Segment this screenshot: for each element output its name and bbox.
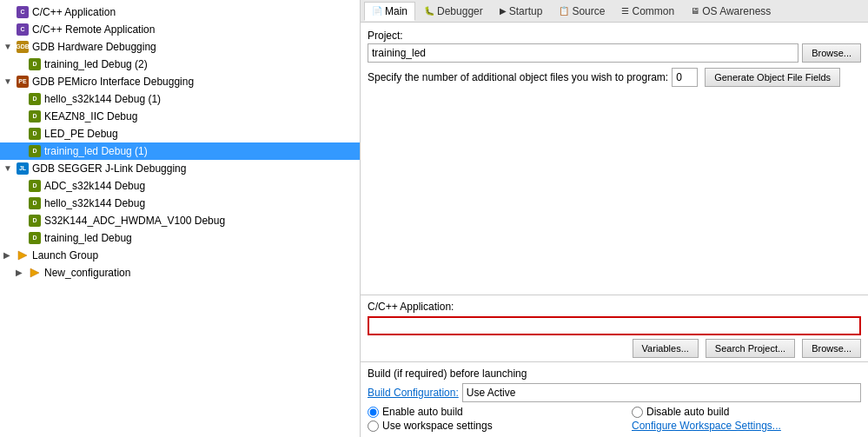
tab-common[interactable]: ☰Common <box>613 2 682 21</box>
tree-item-gdb-hw[interactable]: ▼GDBGDB Hardware Debugging <box>0 38 360 56</box>
tab-startup[interactable]: ▶Startup <box>492 2 551 21</box>
tree-item-label: GDB PEMicro Interface Debugging <box>32 74 194 89</box>
build-config-link[interactable]: Build Configuration: <box>368 387 459 399</box>
tab-label-os-awareness: OS Awareness <box>702 5 771 17</box>
build-section: Build (if required) before launching Bui… <box>361 361 868 437</box>
debug-icon: D <box>28 92 42 106</box>
build-section-title: Build (if required) before launching <box>368 367 861 380</box>
pemicro-icon: PE <box>16 75 30 89</box>
debug-icon: D <box>28 57 42 71</box>
variables-button[interactable]: Variables... <box>633 339 699 358</box>
disable-auto-build-input[interactable] <box>632 407 643 418</box>
svg-marker-0 <box>18 251 27 260</box>
tab-label-debugger: Debugger <box>437 5 483 17</box>
cpp-icon: C <box>16 5 30 19</box>
tree-arrow: ▶ <box>3 248 16 263</box>
cpp-browse-button[interactable]: Browse... <box>802 339 861 358</box>
debug-icon: D <box>28 196 42 210</box>
tab-label-main: Main <box>385 5 407 17</box>
tab-debugger[interactable]: 🐛Debugger <box>416 2 491 21</box>
launch-icon <box>28 266 42 280</box>
tree-item-cpp-app[interactable]: CC/C++ Application <box>0 3 360 21</box>
svg-marker-1 <box>30 268 39 277</box>
tree-item-label: training_led Debug <box>44 230 132 246</box>
tab-icon-startup: ▶ <box>500 6 507 16</box>
tree-item-label: GDB Hardware Debugging <box>32 39 156 55</box>
main-form-area: Project: Browse... Specify the number of… <box>361 23 868 295</box>
tree-item-label: New_configuration <box>44 265 130 281</box>
tree-item-label: training_led Debug (2) <box>44 56 148 72</box>
tree-item-label: S32K144_ADC_HWDMA_V100 Debug <box>44 213 225 228</box>
tab-icon-debugger: 🐛 <box>424 6 434 16</box>
tab-label-source: Source <box>572 5 605 17</box>
tree-item-adc-s32k144[interactable]: DADC_s32k144 Debug <box>0 177 360 195</box>
tab-icon-common: ☰ <box>621 6 629 16</box>
use-workspace-settings-input[interactable] <box>368 420 379 432</box>
disable-auto-build-radio[interactable]: Disable auto build <box>632 406 861 418</box>
launch-config-tree[interactable]: CC/C++ ApplicationCC/C++ Remote Applicat… <box>0 0 361 437</box>
tree-arrow: ▶ <box>16 265 28 281</box>
tab-icon-main: 📄 <box>372 6 382 16</box>
tree-item-label: LED_PE Debug <box>44 126 118 142</box>
enable-auto-build-radio[interactable]: Enable auto build <box>368 406 597 418</box>
enable-auto-build-label: Enable auto build <box>382 406 463 418</box>
tree-item-label: GDB SEGGER J-Link Debugging <box>32 161 186 176</box>
tree-item-label: Launch Group <box>32 248 98 263</box>
tree-item-cpp-remote[interactable]: CC/C++ Remote Application <box>0 21 360 38</box>
tree-item-led-pe[interactable]: DLED_PE Debug <box>0 125 360 142</box>
tab-os-awareness[interactable]: 🖥OS Awareness <box>683 2 779 21</box>
gdb-icon: GDB <box>16 40 30 54</box>
disable-auto-build-label: Disable auto build <box>646 406 729 418</box>
tree-item-label: training_led Debug (1) <box>44 143 148 159</box>
tree-item-pemicro[interactable]: ▼PEGDB PEMicro Interface Debugging <box>0 73 360 90</box>
build-config-select[interactable]: Use Active Debug Release <box>462 383 861 402</box>
project-input[interactable] <box>368 43 798 63</box>
project-browse-button[interactable]: Browse... <box>802 43 861 63</box>
debug-icon: D <box>28 231 42 245</box>
cpp-icon: C <box>16 23 30 36</box>
tab-icon-os-awareness: 🖥 <box>691 6 699 16</box>
tab-main[interactable]: 📄Main <box>364 2 415 21</box>
tree-item-training-led-2[interactable]: Dtraining_led Debug (2) <box>0 56 360 73</box>
tree-item-new-config[interactable]: ▶New_configuration <box>0 264 360 281</box>
tabs-bar: 📄Main🐛Debugger▶Startup📋Source☰Common🖥OS … <box>361 0 868 23</box>
debug-icon: D <box>28 179 42 193</box>
use-workspace-settings-label: Use workspace settings <box>382 420 493 432</box>
cpp-app-label: C/C++ Application: <box>368 301 861 313</box>
cpp-app-section: C/C++ Application: Variables... Search P… <box>361 295 868 361</box>
debug-icon: D <box>28 144 42 158</box>
radio-group-right: Disable auto build Configure Workspace S… <box>632 406 861 432</box>
tab-source[interactable]: 📋Source <box>551 2 613 21</box>
configure-workspace-link[interactable]: Configure Workspace Settings... <box>632 420 781 432</box>
tree-item-label: hello_s32k144 Debug (1) <box>44 91 161 107</box>
debug-icon: D <box>28 109 42 123</box>
launch-icon <box>16 248 30 262</box>
tree-item-training-led[interactable]: Dtraining_led Debug <box>0 229 360 247</box>
tree-arrow: ▼ <box>3 161 16 176</box>
tree-item-label: hello_s32k144 Debug <box>44 195 145 211</box>
tree-item-s32k144-adc[interactable]: DS32K144_ADC_HWDMA_V100 Debug <box>0 212 360 229</box>
tree-item-label: KEAZN8_IIC Debug <box>44 109 137 124</box>
tree-item-training-led-1[interactable]: Dtraining_led Debug (1) <box>0 142 360 160</box>
additional-files-input[interactable] <box>672 68 698 87</box>
tree-item-label: C/C++ Application <box>32 4 116 20</box>
search-project-button[interactable]: Search Project... <box>706 339 795 358</box>
config-detail-panel: 📄Main🐛Debugger▶Startup📋Source☰Common🖥OS … <box>361 0 868 437</box>
debug-icon: D <box>28 214 42 228</box>
radio-group-left: Enable auto build Use workspace settings <box>368 406 597 432</box>
tree-item-hello-s32k144[interactable]: Dhello_s32k144 Debug <box>0 195 360 212</box>
cpp-app-input[interactable] <box>368 316 861 335</box>
tree-arrow: ▼ <box>3 74 16 89</box>
tree-item-segger[interactable]: ▼JLGDB SEGGER J-Link Debugging <box>0 160 360 177</box>
enable-auto-build-input[interactable] <box>368 407 379 418</box>
additional-files-label: Specify the number of additional object … <box>368 71 668 83</box>
segger-icon: JL <box>16 162 30 175</box>
tree-item-label: ADC_s32k144 Debug <box>44 178 145 194</box>
generate-fields-button[interactable]: Generate Object File Fields <box>705 68 840 87</box>
empty-space <box>368 94 861 250</box>
tree-arrow: ▼ <box>3 39 16 55</box>
tree-item-hello-s32k144-1[interactable]: Dhello_s32k144 Debug (1) <box>0 90 360 108</box>
tree-item-launch-group[interactable]: ▶Launch Group <box>0 247 360 264</box>
tree-item-keazn8[interactable]: DKEAZN8_IIC Debug <box>0 108 360 125</box>
use-workspace-settings-radio[interactable]: Use workspace settings <box>368 420 597 432</box>
